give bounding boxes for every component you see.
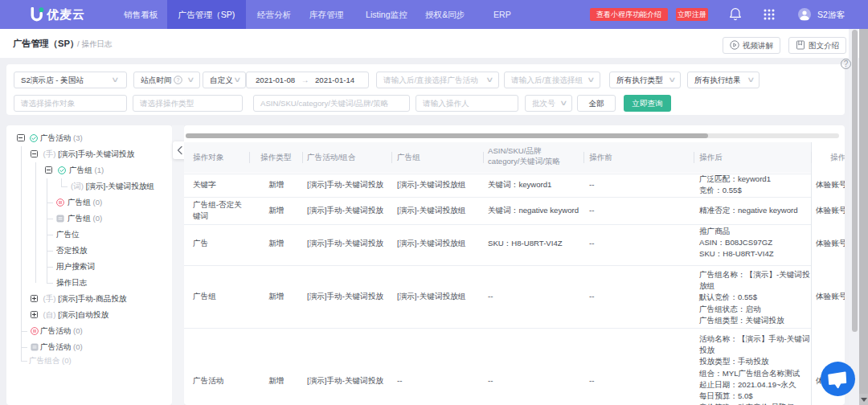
svg-text:?: ? — [177, 77, 180, 83]
